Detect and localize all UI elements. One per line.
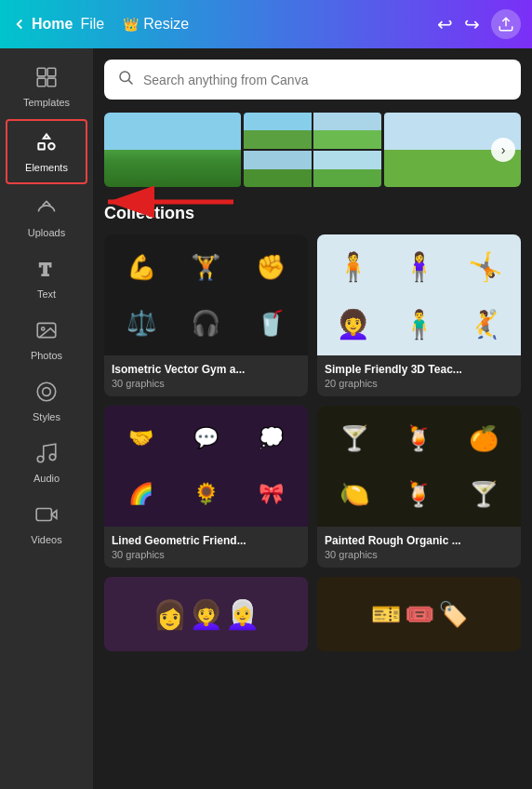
sidebar-item-audio[interactable]: Audio — [0, 432, 93, 493]
thumb-item: 🎀 — [239, 467, 302, 521]
thumb-item: 💬 — [175, 411, 238, 465]
svg-rect-4 — [47, 78, 56, 87]
cocktails-collection-name: Painted Rough Organic ... — [325, 534, 513, 547]
thumb-item: 👩‍🦱 — [321, 296, 385, 352]
thumb-item: ⚖️ — [110, 296, 173, 350]
partial-card-portraits[interactable]: 👩 👩‍🦱 👩‍🦳 — [104, 577, 308, 651]
cocktails-collection-count: 30 graphics — [325, 549, 513, 560]
sidebar-item-videos[interactable]: Videos — [0, 493, 93, 555]
styles-icon — [34, 380, 59, 408]
thumb-item: 🧍‍♂️ — [387, 296, 451, 352]
gym-collection-count: 30 graphics — [112, 378, 300, 389]
thumb-item: 🤾 — [453, 296, 517, 352]
search-bar[interactable] — [104, 60, 521, 100]
thumb-item: 🤸 — [453, 238, 517, 294]
people-collection-name: Simple Friendly 3D Teac... — [325, 363, 513, 376]
thumb-item: 💪 — [110, 240, 173, 294]
bottom-partial-grid: 👩 👩‍🦱 👩‍🦳 🎫 🎟️ 🏷️ — [104, 577, 521, 651]
thumb-item: 🌻 — [175, 467, 238, 521]
audio-label: Audio — [33, 473, 60, 484]
svg-point-17 — [120, 72, 130, 82]
sidebar-item-text[interactable]: T Text — [0, 247, 93, 309]
thumb-item: 🍊 — [452, 411, 515, 465]
home-label: Home — [32, 16, 73, 33]
resize-button[interactable]: 👑 Resize — [123, 16, 437, 33]
thumb-item: 💭 — [239, 411, 302, 465]
text-label: Text — [37, 288, 56, 300]
gym-collection-name: Isometric Vector Gym a... — [112, 363, 300, 376]
sidebar-item-elements[interactable]: Elements — [6, 119, 87, 184]
svg-rect-14 — [36, 509, 51, 521]
redo-button[interactable]: ↪ — [464, 13, 480, 35]
template-image-strip: › — [104, 113, 521, 187]
sidebar-item-uploads[interactable]: Uploads — [0, 186, 93, 247]
gym-thumb: 💪 🏋️ ✊ ⚖️ 🎧 🥤 — [104, 234, 308, 355]
collection-card-stickers[interactable]: 🤝 💬 💭 🌈 🌻 🎀 Lined Geometric Friend... 30… — [104, 406, 308, 568]
text-icon: T — [34, 257, 59, 285]
svg-point-9 — [42, 328, 45, 330]
uploads-label: Uploads — [28, 227, 65, 238]
people-collection-count: 20 graphics — [325, 378, 513, 389]
svg-text:T: T — [39, 261, 50, 279]
collection-card-people[interactable]: 🧍 🧍‍♀️ 🤸 👩‍🦱 🧍‍♂️ 🤾 Simple Friendly 3D T… — [317, 234, 521, 396]
svg-rect-3 — [37, 78, 46, 87]
svg-point-11 — [37, 382, 56, 401]
audio-icon — [34, 441, 59, 469]
svg-rect-6 — [38, 143, 45, 150]
thumb-item: 🎧 — [175, 296, 238, 350]
crown-icon: 👑 — [123, 17, 139, 32]
thumb-item: 🍹 — [388, 411, 451, 465]
sidebar-item-templates[interactable]: Templates — [0, 56, 93, 117]
sidebar-item-styles[interactable]: Styles — [0, 370, 93, 432]
thumb-item: 🌈 — [110, 467, 173, 521]
thumb-item: 🍋 — [323, 467, 386, 521]
main-layout: Templates Elements Uploads — [0, 48, 532, 789]
nav-actions: ↩ ↪ — [437, 9, 521, 39]
strip-image-1[interactable] — [104, 113, 241, 187]
thumb-item: 🏋️ — [175, 240, 238, 294]
stickers-collection-info: Lined Geometric Friend... 30 graphics — [104, 527, 308, 568]
search-input[interactable] — [143, 73, 508, 87]
collection-card-gym[interactable]: 💪 🏋️ ✊ ⚖️ 🎧 🥤 Isometric Vector Gym a... … — [104, 234, 308, 396]
templates-label: Templates — [23, 97, 70, 108]
videos-label: Videos — [31, 534, 61, 545]
search-icon — [117, 69, 134, 90]
ticket-item: 🎟️ — [405, 600, 434, 629]
sidebar-item-photos[interactable]: Photos — [0, 309, 93, 370]
ticket-item: 🏷️ — [438, 600, 468, 629]
back-button[interactable]: Home — [11, 16, 73, 33]
svg-line-18 — [128, 80, 132, 84]
thumb-item: ✊ — [239, 240, 302, 294]
resize-label: Resize — [143, 16, 189, 33]
file-menu[interactable]: File — [80, 16, 104, 33]
templates-icon — [34, 65, 59, 93]
cocktail-thumb: 🍸 🍹 🍊 🍋 🍹 🍸 — [317, 406, 521, 527]
sidebar: Templates Elements Uploads — [0, 48, 93, 789]
strip-image-2[interactable] — [244, 113, 380, 187]
collection-card-cocktails[interactable]: 🍸 🍹 🍊 🍋 🍹 🍸 Painted Rough Organic ... 30… — [317, 406, 521, 568]
tickets-thumb: 🎫 🎟️ 🏷️ — [317, 577, 521, 651]
strip-next-chevron[interactable]: › — [491, 138, 515, 162]
svg-rect-2 — [47, 68, 56, 76]
portrait-item: 👩 — [153, 598, 187, 631]
cocktails-collection-info: Painted Rough Organic ... 30 graphics — [317, 527, 521, 568]
svg-point-13 — [49, 454, 56, 461]
publish-button[interactable] — [491, 9, 521, 39]
portraits-thumb: 👩 👩‍🦱 👩‍🦳 — [104, 577, 308, 651]
partial-card-tickets[interactable]: 🎫 🎟️ 🏷️ — [317, 577, 521, 651]
elements-icon — [34, 130, 59, 158]
thumb-item: 🍸 — [323, 411, 386, 465]
videos-icon — [34, 502, 59, 530]
content-area: › Collections 💪 🏋️ ✊ ⚖️ 🎧 🥤 Isometric Ve… — [93, 48, 532, 789]
elements-label: Elements — [25, 162, 68, 173]
stickers-collection-name: Lined Geometric Friend... — [112, 534, 300, 547]
sticker-thumb: 🤝 💬 💭 🌈 🌻 🎀 — [104, 406, 308, 527]
svg-rect-1 — [37, 68, 46, 76]
thumb-item: 🤝 — [110, 411, 173, 465]
undo-button[interactable]: ↩ — [437, 13, 453, 35]
photos-icon — [34, 318, 59, 346]
portrait-item: 👩‍🦳 — [225, 598, 259, 631]
svg-point-12 — [37, 456, 44, 462]
svg-point-5 — [48, 143, 54, 150]
people-collection-info: Simple Friendly 3D Teac... 20 graphics — [317, 355, 521, 396]
